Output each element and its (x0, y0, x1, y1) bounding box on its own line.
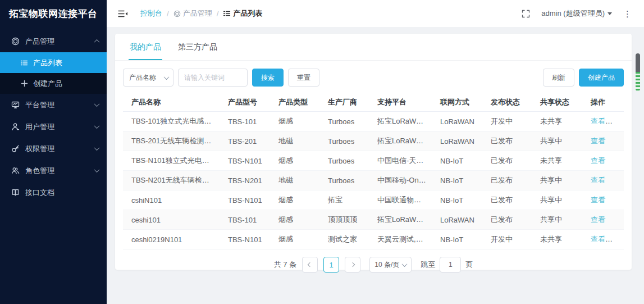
cell-model: TBS-N101 (220, 230, 270, 249)
content: 我的产品第三方产品 产品名称 搜索 重置 刷新 创建产品 (107, 27, 644, 304)
caret-down-icon (608, 12, 612, 15)
product-list-card: 我的产品第三方产品 产品名称 搜索 重置 刷新 创建产品 (115, 34, 632, 270)
cell-manufacturer: 顶顶顶顶 (319, 210, 369, 230)
view-link[interactable]: 查看 (591, 137, 605, 145)
column-header-操作: 操作 (582, 93, 624, 112)
user-dropdown[interactable]: admin (超级管理员) (541, 8, 612, 19)
cell-platform: 拓宝LoRaWan平台 (369, 112, 432, 131)
current-page-button[interactable]: 1 (323, 257, 339, 273)
column-header-发布状态: 发布状态 (482, 93, 532, 112)
cell-share: 共享中 (532, 131, 582, 151)
search-button[interactable]: 搜索 (252, 69, 284, 87)
cell-model: TBS-101 (220, 210, 270, 230)
sidebar-item-权限管理[interactable]: 权限管理 (0, 138, 107, 160)
cell-share: 共享中 (532, 171, 582, 190)
cell-actions: 查看删除 (582, 112, 624, 131)
scrollbar-thumb[interactable] (636, 53, 640, 91)
app-window: 拓宝物联网连接平台 产品管理产品列表创建产品平台管理用户管理权限管理角色管理接口… (0, 0, 644, 304)
keyword-input[interactable] (178, 69, 248, 87)
sidebar-item-用户管理[interactable]: 用户管理 (0, 116, 107, 138)
cell-manufacturer: Turboes (319, 112, 369, 131)
cell-name: cshiN101 (123, 190, 220, 210)
submenu-产品管理: 产品列表创建产品 (0, 52, 107, 94)
view-link[interactable]: 查看 (591, 215, 605, 224)
sidebar-item-label: 产品管理 (25, 37, 95, 47)
column-header-产品名称: 产品名称 (123, 93, 220, 112)
fullscreen-icon[interactable] (522, 10, 530, 18)
page-scrollbar[interactable] (635, 0, 641, 304)
chevron-down-icon (94, 167, 100, 173)
cell-network: NB-IoT (432, 190, 482, 210)
sidebar-item-产品管理[interactable]: 产品管理 (0, 30, 107, 52)
tab-第三方产品[interactable]: 第三方产品 (177, 34, 218, 60)
chevron-down-icon (94, 145, 100, 151)
filter-field-value: 产品名称 (129, 73, 156, 83)
cell-manufacturer: 拓宝 (319, 190, 369, 210)
page-size-value: 10 条/页 (374, 260, 399, 270)
view-link[interactable]: 查看 (591, 176, 605, 184)
cell-publish: 已发布 (482, 190, 532, 210)
chevron-down-icon (402, 261, 408, 267)
view-link[interactable]: 查看 (591, 196, 605, 204)
sidebar-item-接口文档[interactable]: 接口文档 (0, 182, 107, 203)
cell-platform: 拓宝LoRaWan平台 (369, 131, 432, 151)
key-icon (11, 144, 20, 153)
view-link[interactable]: 查看 (591, 117, 605, 125)
page-size-select[interactable]: 10 条/页 (369, 257, 412, 273)
table-header-row: 产品名称产品型号产品类型生产厂商支持平台联网方式发布状态共享状态操作 (123, 93, 624, 112)
cell-platform: 中国移动-OneNet平台... (369, 171, 432, 190)
product-table: 产品名称产品型号产品类型生产厂商支持平台联网方式发布状态共享状态操作 TBS-1… (123, 93, 624, 249)
cell-platform: 中国电信-天翼云平台,... (369, 151, 432, 171)
view-link[interactable]: 查看 (591, 235, 605, 243)
breadcrumb: 控制台/产品管理/产品列表 (140, 8, 262, 19)
sidebar-item-角色管理[interactable]: 角色管理 (0, 160, 107, 182)
sidebar: 拓宝物联网连接平台 产品管理产品列表创建产品平台管理用户管理权限管理角色管理接口… (0, 0, 107, 304)
roles-icon (11, 166, 20, 175)
cell-platform: 拓宝LoRaWan平台 (369, 210, 432, 230)
cell-name: TBS-101独立式光电感烟火灾探测... (123, 112, 220, 131)
cell-network: NB-IoT (432, 171, 482, 190)
tabs: 我的产品第三方产品 (115, 34, 632, 61)
cell-publish: 开发中 (482, 230, 532, 249)
breadcrumb-item-产品管理: 产品管理 (173, 8, 212, 19)
breadcrumb-item-控制台[interactable]: 控制台 (140, 8, 162, 19)
user-icon (11, 122, 20, 131)
chevron-up-icon (94, 39, 100, 45)
cell-platform: 中国联通物联网平台,... (369, 190, 432, 210)
refresh-button[interactable]: 刷新 (543, 69, 574, 87)
chevron-down-icon (164, 74, 170, 80)
sidebar-item-平台管理[interactable]: 平台管理 (0, 94, 107, 116)
pagination: 共 7 条 1 10 条/页 跳至 页 (115, 249, 632, 280)
topbar-right: admin (超级管理员) ⋮ (522, 8, 632, 19)
create-product-button[interactable]: 创建产品 (579, 69, 624, 87)
next-page-button[interactable] (345, 257, 360, 273)
sidebar-subitem-创建产品[interactable]: 创建产品 (0, 73, 107, 94)
breadcrumb-label: 产品列表 (233, 8, 262, 19)
jump-page-input[interactable] (440, 257, 461, 273)
cell-publish: 已发布 (482, 171, 532, 190)
prev-page-button[interactable] (302, 257, 318, 273)
view-link[interactable]: 查看 (591, 156, 605, 165)
document-icon (11, 188, 20, 197)
column-header-支持平台: 支持平台 (369, 93, 432, 112)
column-header-联网方式: 联网方式 (432, 93, 482, 112)
user-name: admin (超级管理员) (541, 8, 605, 19)
jump-label: 跳至 (421, 260, 435, 270)
cube-icon (173, 10, 181, 17)
tab-我的产品[interactable]: 我的产品 (129, 34, 162, 60)
cell-actions: 查看 (582, 151, 624, 171)
filter-field-select[interactable]: 产品名称 (123, 69, 173, 87)
sidebar-subitem-产品列表[interactable]: 产品列表 (0, 52, 107, 73)
cell-actions: 查看删除 (582, 230, 624, 249)
more-menu-icon[interactable]: ⋮ (623, 10, 632, 18)
reset-button[interactable]: 重置 (288, 69, 319, 87)
table-wrapper: 产品名称产品型号产品类型生产厂商支持平台联网方式发布状态共享状态操作 TBS-1… (115, 87, 632, 249)
cell-share: 共享中 (532, 190, 582, 210)
breadcrumb-separator: / (217, 10, 219, 18)
list-icon (20, 59, 28, 67)
sidebar-collapse-icon[interactable] (118, 10, 128, 18)
table-body: TBS-101独立式光电感烟火灾探测...TBS-101烟感Turboes拓宝L… (123, 112, 624, 249)
breadcrumb-label: 控制台 (140, 8, 162, 19)
sidebar-subitem-label: 创建产品 (33, 79, 62, 89)
column-header-产品类型: 产品类型 (270, 93, 319, 112)
